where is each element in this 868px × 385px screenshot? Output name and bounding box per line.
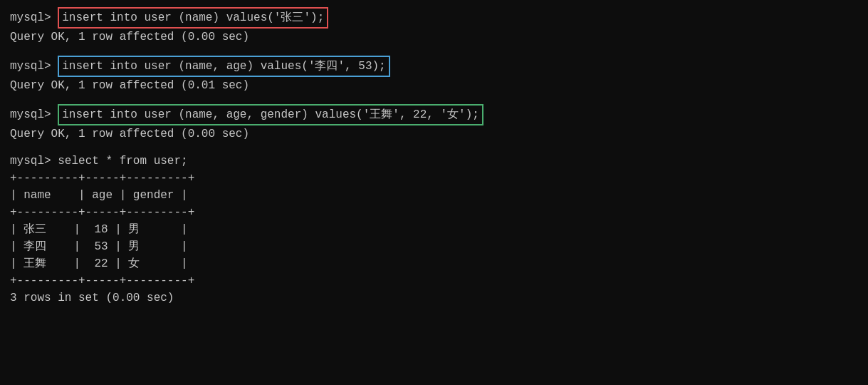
table-border-mid: +---------+-----+---------+: [10, 204, 858, 221]
result-2: Query OK, 1 row affected (0.01 sec): [10, 77, 858, 94]
spacer-1: [10, 46, 858, 56]
table-header: | name | age | gender |: [10, 187, 858, 204]
terminal: mysql> insert into user (name) values('张…: [10, 7, 858, 307]
table-border-bottom: +---------+-----+---------+: [10, 272, 858, 289]
prompt-1: mysql>: [10, 9, 58, 26]
cmd3-line: mysql> insert into user (name, age, gend…: [10, 104, 858, 125]
prompt-3: mysql>: [10, 106, 58, 123]
result-1: Query OK, 1 row affected (0.00 sec): [10, 29, 858, 46]
prompt-4: mysql>: [10, 153, 58, 170]
table-row-3: | 王舞 | 22 | 女 |: [10, 255, 858, 272]
table-border-top: +---------+-----+---------+: [10, 170, 858, 187]
cmd4-text: select * from user;: [58, 153, 187, 170]
cmd1-box: insert into user (name) values('张三');: [58, 7, 328, 29]
spacer-2: [10, 94, 858, 104]
cmd1-line: mysql> insert into user (name) values('张…: [10, 7, 858, 29]
table-row-2: | 李四 | 53 | 男 |: [10, 238, 858, 255]
cmd2-line: mysql> insert into user (name, age) valu…: [10, 56, 858, 77]
spacer-3: [10, 143, 858, 153]
cmd2-box: insert into user (name, age) values('李四'…: [58, 56, 389, 77]
table-row-1: | 张三 | 18 | 男 |: [10, 221, 858, 238]
final-result: 3 rows in set (0.00 sec): [10, 289, 858, 307]
result-3: Query OK, 1 row affected (0.00 sec): [10, 125, 858, 143]
cmd4-line: mysql> select * from user;: [10, 153, 858, 170]
cmd3-box: insert into user (name, age, gender) val…: [58, 104, 483, 125]
prompt-2: mysql>: [10, 58, 58, 75]
